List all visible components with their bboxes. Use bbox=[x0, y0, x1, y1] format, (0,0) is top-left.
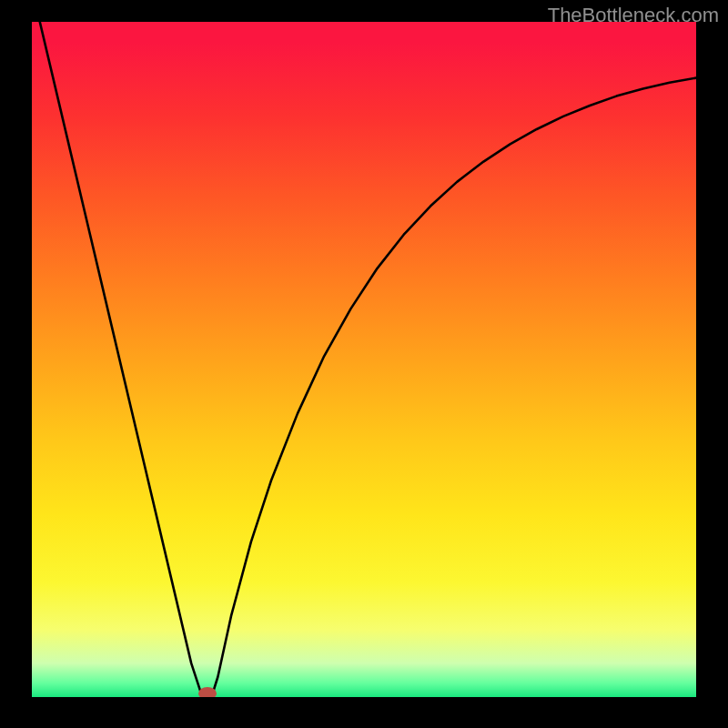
chart-frame bbox=[32, 22, 696, 697]
data-point-marker bbox=[198, 687, 217, 697]
chart-svg bbox=[32, 22, 696, 697]
attribution-label: TheBottleneck.com bbox=[548, 4, 719, 27]
plot-area bbox=[32, 22, 696, 697]
curve-line bbox=[32, 22, 696, 693]
